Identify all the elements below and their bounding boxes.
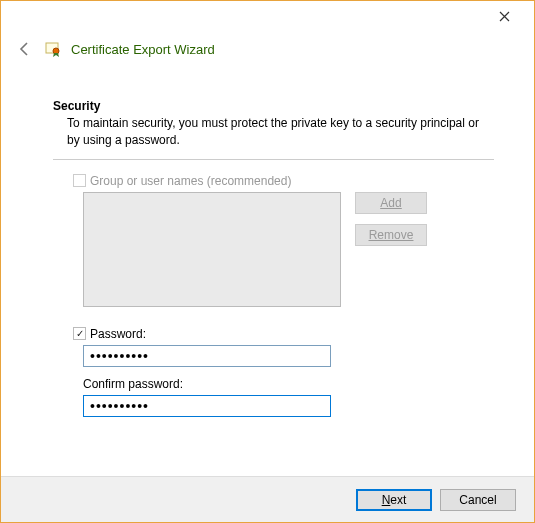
group-users-label: Group or user names (recommended)	[90, 174, 291, 188]
add-button: Add	[355, 192, 427, 214]
next-button[interactable]: Next	[356, 489, 432, 511]
wizard-title: Certificate Export Wizard	[71, 42, 215, 57]
password-label: Password:	[90, 327, 146, 341]
group-users-checkbox[interactable]	[73, 174, 86, 187]
remove-button: Remove	[355, 224, 427, 246]
confirm-password-label: Confirm password:	[83, 377, 494, 391]
close-icon[interactable]	[484, 2, 524, 30]
certificate-icon	[45, 41, 61, 57]
confirm-password-field[interactable]	[83, 395, 331, 417]
password-field[interactable]	[83, 345, 331, 367]
back-arrow-icon[interactable]	[15, 39, 35, 59]
cancel-button[interactable]: Cancel	[440, 489, 516, 511]
password-checkbox[interactable]	[73, 327, 86, 340]
section-description: To maintain security, you must protect t…	[53, 115, 494, 149]
group-users-listbox	[83, 192, 341, 307]
section-title: Security	[53, 99, 494, 113]
divider	[53, 159, 494, 160]
